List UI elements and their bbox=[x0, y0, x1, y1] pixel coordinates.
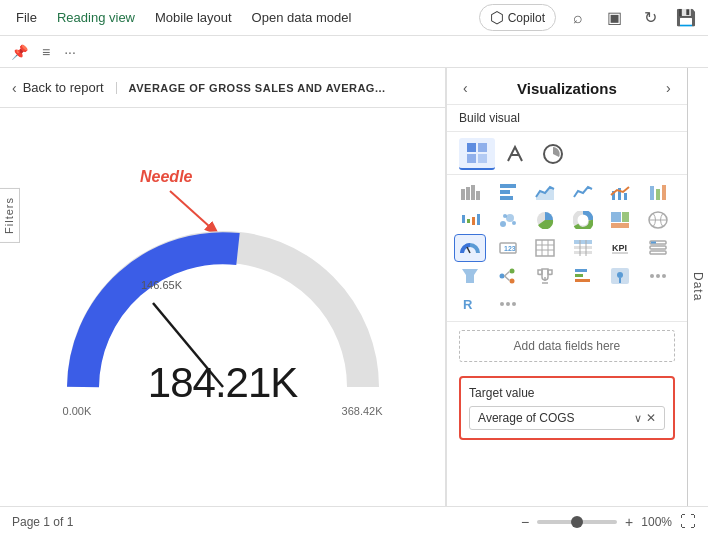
svg-rect-36 bbox=[611, 223, 629, 228]
viz-icon-ellipsis[interactable] bbox=[493, 291, 523, 317]
gauge-value: 184.21K bbox=[148, 359, 297, 407]
visualizations-panel: ‹ Visualizations › Build visual bbox=[446, 68, 687, 506]
viz-icon-treemap[interactable] bbox=[605, 207, 635, 233]
dropdown-clear-icon[interactable]: ✕ bbox=[646, 411, 656, 425]
svg-point-75 bbox=[500, 302, 504, 306]
svg-point-31 bbox=[503, 214, 507, 218]
viz-icon-pie[interactable] bbox=[530, 207, 560, 233]
svg-point-73 bbox=[662, 274, 666, 278]
svg-rect-25 bbox=[467, 219, 470, 223]
needle-annotation: Needle bbox=[140, 168, 192, 186]
svg-point-70 bbox=[617, 272, 623, 278]
svg-text:123: 123 bbox=[504, 245, 516, 252]
viz-icon-gauge[interactable] bbox=[455, 235, 485, 261]
report-title: AVERAGE OF GROSS SALES AND AVERAG... bbox=[116, 82, 386, 94]
target-dropdown-value: Average of COGS bbox=[478, 411, 575, 425]
viz-icon-waterfall[interactable] bbox=[455, 207, 485, 233]
file-menu[interactable]: File bbox=[8, 6, 45, 29]
svg-rect-57 bbox=[651, 242, 656, 244]
svg-text:R: R bbox=[463, 297, 473, 312]
page-indicator: Page 1 of 1 bbox=[12, 515, 73, 529]
viz-icon-donut[interactable] bbox=[568, 207, 598, 233]
target-value-label: Target value bbox=[469, 386, 665, 400]
viz-tab-format[interactable] bbox=[497, 138, 533, 170]
viz-icon-combo-chart[interactable] bbox=[605, 179, 635, 205]
svg-point-71 bbox=[650, 274, 654, 278]
open-data-model-menu[interactable]: Open data model bbox=[244, 6, 360, 29]
zoom-thumb[interactable] bbox=[571, 516, 583, 528]
viz-icon-line-chart[interactable] bbox=[568, 179, 598, 205]
save-icon-btn[interactable]: 💾 bbox=[672, 4, 700, 32]
view-icon-btn[interactable]: ▣ bbox=[600, 4, 628, 32]
viz-icon-r-visual[interactable]: R bbox=[455, 291, 485, 317]
viz-icon-kpi[interactable]: KPI bbox=[605, 235, 635, 261]
viz-icon-grid: 123 KPI bbox=[447, 175, 687, 322]
reading-view-menu[interactable]: Reading view bbox=[49, 6, 143, 29]
copilot-label: Copilot bbox=[508, 11, 545, 25]
refresh-icon-btn[interactable]: ↻ bbox=[636, 4, 664, 32]
svg-marker-58 bbox=[462, 269, 478, 283]
svg-rect-24 bbox=[462, 215, 465, 223]
viz-icon-matrix[interactable] bbox=[568, 235, 598, 261]
svg-rect-23 bbox=[662, 185, 666, 200]
viz-icon-slicer[interactable] bbox=[643, 235, 673, 261]
gauge-container: 146.65K 184.21K 0.00K 368.42K bbox=[53, 217, 393, 417]
viz-icon-custom[interactable] bbox=[643, 263, 673, 289]
viz-icon-card[interactable]: 123 bbox=[493, 235, 523, 261]
viz-tab-fields[interactable] bbox=[459, 138, 495, 170]
viz-icon-table[interactable] bbox=[530, 235, 560, 261]
svg-rect-67 bbox=[575, 274, 583, 277]
build-visual-label: Build visual bbox=[447, 105, 687, 132]
mobile-layout-menu[interactable]: Mobile layout bbox=[147, 6, 240, 29]
viz-prev-btn[interactable]: ‹ bbox=[459, 78, 472, 98]
svg-rect-49 bbox=[574, 251, 592, 254]
svg-point-72 bbox=[656, 274, 660, 278]
report-header: ‹ Back to report AVERAGE OF GROSS SALES … bbox=[0, 68, 445, 108]
svg-point-59 bbox=[499, 274, 504, 279]
viz-icon-trophy[interactable] bbox=[530, 263, 560, 289]
zoom-plus-icon[interactable]: + bbox=[625, 514, 633, 530]
viz-icon-ribbon-chart[interactable] bbox=[643, 179, 673, 205]
viz-type-tabs bbox=[447, 132, 687, 175]
viz-icon-area-chart[interactable] bbox=[530, 179, 560, 205]
viz-icon-stacked-bar[interactable] bbox=[455, 179, 485, 205]
status-right: − + 100% ⛶ bbox=[521, 513, 696, 531]
viz-icon-decomp-tree[interactable] bbox=[493, 263, 523, 289]
back-to-report-label: Back to report bbox=[23, 80, 104, 95]
svg-point-77 bbox=[512, 302, 516, 306]
search-icon-btn[interactable]: ⌕ bbox=[564, 4, 592, 32]
viz-next-btn[interactable]: › bbox=[662, 78, 675, 98]
toolbar: 📌 ≡ ··· bbox=[0, 36, 708, 68]
dropdown-chevron-icon[interactable]: ∨ bbox=[634, 412, 642, 425]
data-tab[interactable]: Data bbox=[687, 68, 708, 506]
back-to-report-link[interactable]: ‹ Back to report bbox=[12, 80, 104, 96]
zoom-slider[interactable] bbox=[537, 520, 617, 524]
fit-to-page-icon[interactable]: ⛶ bbox=[680, 513, 696, 531]
svg-line-62 bbox=[504, 272, 509, 277]
viz-tab-analytics[interactable] bbox=[535, 138, 571, 170]
menu-icons: ⬡ Copilot ⌕ ▣ ↻ 💾 bbox=[479, 4, 700, 32]
svg-rect-7 bbox=[478, 154, 487, 163]
viz-icon-azure-map[interactable] bbox=[605, 263, 635, 289]
viz-icon-bar-race[interactable] bbox=[568, 263, 598, 289]
copilot-button[interactable]: ⬡ Copilot bbox=[479, 4, 556, 31]
svg-rect-20 bbox=[624, 193, 627, 200]
more-icon[interactable]: ··· bbox=[61, 41, 79, 63]
svg-rect-15 bbox=[500, 190, 510, 194]
svg-rect-13 bbox=[476, 191, 480, 200]
filter-icon[interactable]: ≡ bbox=[39, 41, 53, 63]
filters-tab[interactable]: Filters bbox=[0, 188, 20, 243]
pin-icon[interactable]: 📌 bbox=[8, 41, 31, 63]
viz-icon-bar-chart[interactable] bbox=[493, 179, 523, 205]
zoom-minus-icon[interactable]: − bbox=[521, 514, 529, 530]
viz-icon-map[interactable] bbox=[643, 207, 673, 233]
add-data-fields[interactable]: Add data fields here bbox=[459, 330, 675, 362]
svg-rect-11 bbox=[466, 187, 470, 200]
viz-icon-funnel[interactable] bbox=[455, 263, 485, 289]
svg-rect-66 bbox=[575, 269, 587, 272]
viz-icon-scatter[interactable] bbox=[493, 207, 523, 233]
svg-rect-6 bbox=[467, 154, 476, 163]
target-value-dropdown[interactable]: Average of COGS ∨ ✕ bbox=[469, 406, 665, 430]
copilot-icon: ⬡ bbox=[490, 8, 504, 27]
svg-rect-42 bbox=[536, 240, 554, 256]
